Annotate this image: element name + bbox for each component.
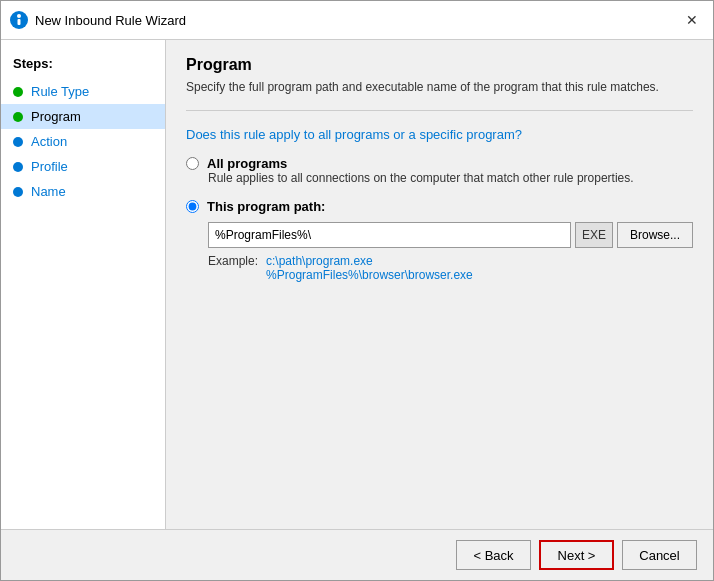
svg-rect-2 bbox=[18, 19, 21, 25]
this-program-label[interactable]: This program path: bbox=[207, 199, 325, 214]
exe-badge: EXE bbox=[575, 222, 613, 248]
example-path-1: c:\path\program.exe bbox=[266, 254, 473, 268]
footer: < Back Next > Cancel bbox=[1, 529, 713, 580]
example-row: Example: c:\path\program.exe %ProgramFil… bbox=[208, 254, 693, 282]
main-content: Steps: Rule Type Program Action Profile … bbox=[1, 40, 713, 529]
radio-group: All programs Rule applies to all connect… bbox=[186, 156, 693, 282]
sidebar-label-program: Program bbox=[31, 109, 81, 124]
all-programs-label[interactable]: All programs bbox=[207, 156, 287, 171]
cancel-button[interactable]: Cancel bbox=[622, 540, 697, 570]
path-input[interactable] bbox=[208, 222, 571, 248]
separator bbox=[186, 110, 693, 111]
sidebar-label-name: Name bbox=[31, 184, 66, 199]
sidebar-item-action[interactable]: Action bbox=[1, 129, 165, 154]
all-programs-radio[interactable] bbox=[186, 157, 199, 170]
next-button[interactable]: Next > bbox=[539, 540, 614, 570]
page-title: Program bbox=[186, 56, 693, 74]
this-program-option: This program path: EXE Browse... Example… bbox=[186, 199, 693, 282]
question-label: Does this rule apply to all programs or … bbox=[186, 127, 693, 142]
title-bar: New Inbound Rule Wizard ✕ bbox=[1, 1, 713, 40]
back-button[interactable]: < Back bbox=[456, 540, 531, 570]
wizard-window: New Inbound Rule Wizard ✕ Steps: Rule Ty… bbox=[0, 0, 714, 581]
path-input-row: EXE Browse... bbox=[208, 222, 693, 248]
page-description: Specify the full program path and execut… bbox=[186, 80, 693, 94]
sidebar-item-profile[interactable]: Profile bbox=[1, 154, 165, 179]
dot-icon-name bbox=[13, 187, 23, 197]
path-section: EXE Browse... Example: c:\path\program.e… bbox=[186, 216, 693, 282]
this-program-radio[interactable] bbox=[186, 200, 199, 213]
sidebar-title: Steps: bbox=[1, 50, 165, 79]
browse-button[interactable]: Browse... bbox=[617, 222, 693, 248]
sidebar-label-rule-type: Rule Type bbox=[31, 84, 89, 99]
dot-icon-rule-type bbox=[13, 87, 23, 97]
all-programs-option: All programs Rule applies to all connect… bbox=[186, 156, 693, 185]
window-title: New Inbound Rule Wizard bbox=[35, 13, 679, 28]
sidebar-label-profile: Profile bbox=[31, 159, 68, 174]
this-program-row: This program path: bbox=[186, 199, 693, 214]
all-programs-description: Rule applies to all connections on the c… bbox=[208, 171, 693, 185]
svg-point-1 bbox=[17, 14, 21, 18]
sidebar: Steps: Rule Type Program Action Profile … bbox=[1, 40, 166, 529]
sidebar-item-rule-type[interactable]: Rule Type bbox=[1, 79, 165, 104]
dot-icon-program bbox=[13, 112, 23, 122]
example-label: Example: bbox=[208, 254, 258, 282]
all-programs-row: All programs bbox=[186, 156, 693, 171]
dot-icon-action bbox=[13, 137, 23, 147]
example-path-2: %ProgramFiles%\browser\browser.exe bbox=[266, 268, 473, 282]
dot-icon-profile bbox=[13, 162, 23, 172]
sidebar-label-action: Action bbox=[31, 134, 67, 149]
sidebar-item-name[interactable]: Name bbox=[1, 179, 165, 204]
sidebar-item-program[interactable]: Program bbox=[1, 104, 165, 129]
window-icon bbox=[9, 10, 29, 30]
main-panel: Program Specify the full program path an… bbox=[166, 40, 713, 529]
close-button[interactable]: ✕ bbox=[679, 7, 705, 33]
example-paths: c:\path\program.exe %ProgramFiles%\brows… bbox=[266, 254, 473, 282]
